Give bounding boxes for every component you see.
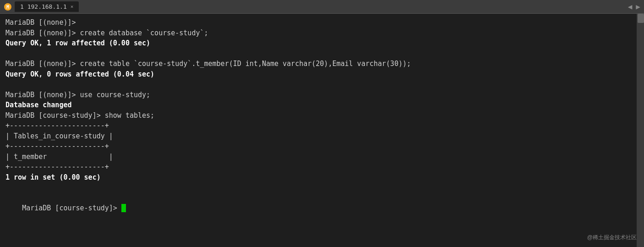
nav-right-icon[interactable]: ▶: [636, 2, 640, 11]
tab-label: 1 192.168.1.1: [20, 3, 67, 10]
watermark: @稀土掘金技术社区: [587, 233, 637, 242]
terminal-line-8: MariaDB [(none)]> use course-study;: [5, 90, 639, 100]
svg-text:M: M: [6, 5, 9, 10]
terminal-tab[interactable]: 1 192.168.1.1 ×: [15, 1, 79, 12]
terminal-line-10: MariaDB [course-study]> show tables;: [5, 110, 639, 121]
scrollbar-thumb[interactable]: [638, 14, 644, 23]
terminal-line-9: Database changed: [5, 100, 639, 110]
tab-close-button[interactable]: ×: [71, 4, 74, 10]
terminal-line-15: +-----------------------+: [5, 162, 639, 172]
nav-left-icon[interactable]: ◀: [628, 2, 633, 11]
terminal-line-13: +-----------------------+: [5, 141, 639, 152]
terminal-line-6: Query OK, 0 rows affected (0.04 sec): [5, 69, 639, 80]
terminal-body: MariaDB [(none)]> MariaDB [(none)]> crea…: [0, 14, 644, 247]
terminal-line-5: MariaDB [(none)]> create table `course-s…: [5, 59, 639, 69]
terminal-line-3: Query OK, 1 row affected (0.00 sec): [5, 38, 639, 49]
terminal-line-14: | t_member |: [5, 152, 639, 162]
terminal-line-16: 1 row in set (0.00 sec): [5, 172, 639, 183]
scrollbar[interactable]: [637, 14, 644, 247]
terminal-line-7: [5, 79, 639, 90]
title-bar: M 1 192.168.1.1 × ◀ ▶: [0, 0, 644, 14]
terminal-line-2: MariaDB [(none)]> create database `cours…: [5, 28, 639, 38]
terminal-line-4: [5, 49, 639, 59]
terminal-line-11: +-----------------------+: [5, 121, 639, 131]
terminal-line-1: MariaDB [(none)]>: [5, 17, 639, 28]
terminal-prompt: MariaDB [course-study]>: [22, 204, 121, 212]
terminal-prompt-line: MariaDB [course-study]>: [5, 193, 639, 224]
nav-arrows: ◀ ▶: [628, 2, 640, 11]
terminal-line-12: | Tables_in_course-study |: [5, 131, 639, 142]
terminal-line-17: [5, 182, 639, 193]
app-icon: M: [4, 3, 12, 11]
terminal-cursor: [121, 204, 126, 212]
